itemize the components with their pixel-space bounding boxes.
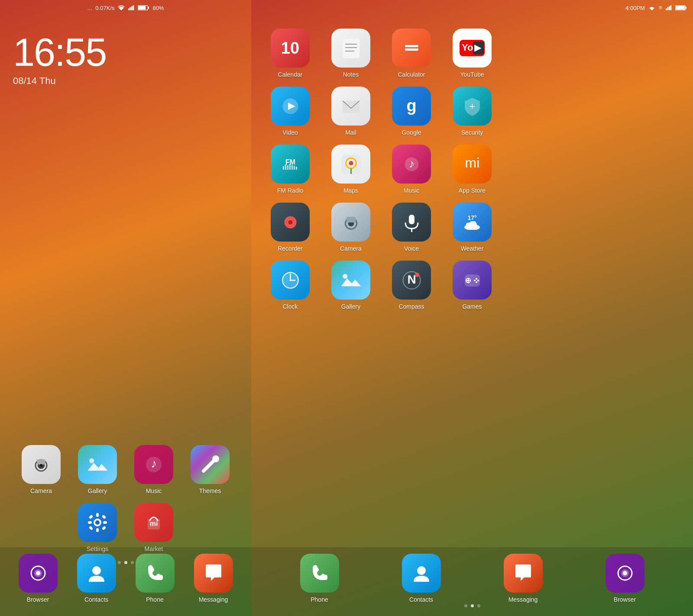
app-mail[interactable]: Mail (329, 87, 372, 136)
compass-icon: N (392, 261, 431, 300)
svg-rect-20 (103, 521, 107, 524)
browser-icon-left (19, 554, 58, 593)
app-voice[interactable]: Voice (390, 203, 433, 252)
security-label: Security (461, 129, 483, 136)
maps-icon (331, 145, 370, 184)
svg-rect-43 (405, 45, 418, 47)
svg-rect-37 (685, 6, 687, 9)
messaging-icon-right (504, 554, 543, 593)
app-security[interactable]: + Security (450, 87, 494, 136)
messaging-label-right: Messaging (508, 596, 538, 603)
svg-point-12 (89, 458, 94, 463)
app-camera[interactable]: Camera (19, 445, 63, 494)
app-fm-radio[interactable]: FM FM Radio (269, 145, 312, 194)
left-battery-text: 80% (152, 5, 164, 11)
app-music-left[interactable]: ♪ Music (132, 445, 175, 494)
svg-point-90 (476, 278, 477, 280)
svg-point-25 (95, 520, 100, 525)
right-dock: Phone Contacts Messaging (251, 547, 693, 616)
svg-point-64 (349, 161, 353, 165)
left-app-row-2: Settings mi Market (0, 503, 251, 552)
app-youtube[interactable]: You ▶ YouTube (450, 29, 494, 78)
phone-label-right: Phone (311, 596, 328, 603)
music-label-left: Music (146, 487, 162, 494)
left-bars-icon (128, 5, 134, 10)
app-market[interactable]: mi Market (132, 503, 175, 552)
svg-rect-6 (139, 6, 146, 10)
left-date-display: 08/14 Thu (13, 75, 238, 87)
browser-label-left: Browser (27, 596, 49, 603)
dock-contacts-left[interactable]: Contacts (75, 554, 118, 603)
mail-icon (331, 87, 370, 126)
camera-label-left: Camera (30, 487, 52, 494)
app-weather[interactable]: 17° Weather (450, 203, 494, 252)
svg-rect-18 (96, 528, 99, 532)
app-calculator[interactable]: Calculator (390, 29, 433, 78)
svg-rect-23 (89, 526, 94, 531)
svg-point-31 (92, 566, 101, 575)
right-row-2: Video Mail g (269, 87, 676, 136)
google-label: Google (402, 129, 421, 136)
video-label: Video (282, 129, 298, 136)
svg-point-86 (415, 273, 419, 277)
svg-rect-19 (88, 521, 92, 524)
app-settings[interactable]: Settings (76, 503, 119, 552)
mail-label: Mail (345, 129, 356, 136)
app-games[interactable]: Games (450, 261, 494, 310)
app-notes[interactable]: Notes (329, 29, 372, 78)
appstore-icon: mi (453, 145, 492, 184)
dock-browser-right[interactable]: Browser (603, 554, 647, 603)
music-label-right: Music (404, 187, 420, 194)
phone-label-left: Phone (146, 596, 163, 603)
app-compass[interactable]: N Compass (390, 261, 433, 310)
contacts-label-left: Contacts (84, 596, 108, 603)
recorder-label: Recorder (278, 245, 303, 252)
weather-label: Weather (461, 245, 484, 252)
svg-point-15 (212, 455, 219, 462)
app-camera-right[interactable]: Camera (329, 203, 372, 252)
youtube-label: YouTube (460, 71, 484, 78)
calculator-icon (392, 29, 431, 68)
right-row-3: FM FM Radio (269, 145, 676, 194)
app-clock[interactable]: Clock (269, 261, 312, 310)
svg-text:▶: ▶ (474, 43, 482, 52)
dock-browser-left[interactable]: Browser (16, 554, 60, 603)
recorder-icon (271, 203, 310, 242)
camera-label-right: Camera (340, 245, 362, 252)
svg-text:N: N (407, 273, 416, 286)
svg-text:♪: ♪ (151, 457, 157, 470)
app-appstore[interactable]: mi App Store (450, 145, 494, 194)
left-clock-widget: 16:55 08/14 Thu (0, 16, 251, 95)
right-panel: 4:00PM ® 10 Calendar (251, 0, 693, 616)
dock-messaging-right[interactable]: Messaging (502, 554, 545, 603)
clock-icon (271, 261, 310, 300)
dock-messaging-left[interactable]: Messaging (192, 554, 235, 603)
dock-phone-right[interactable]: Phone (298, 554, 341, 603)
right-row-1: 10 Calendar Notes (269, 29, 676, 78)
contacts-icon-left (77, 554, 116, 593)
app-music-right[interactable]: ♪ Music (390, 145, 433, 194)
app-calendar[interactable]: 10 Calendar (269, 29, 312, 78)
app-maps[interactable]: Maps (329, 145, 372, 194)
app-video[interactable]: Video (269, 87, 312, 136)
browser-label-right: Browser (614, 596, 636, 603)
video-icon (271, 87, 310, 126)
google-icon: g (392, 87, 431, 126)
app-gallery-left[interactable]: Gallery (76, 445, 119, 494)
app-recorder[interactable]: Recorder (269, 203, 312, 252)
app-themes-left[interactable]: Themes (188, 445, 232, 494)
app-gallery-right[interactable]: Gallery (329, 261, 372, 310)
dock-contacts-right[interactable]: Contacts (400, 554, 443, 603)
calculator-label: Calculator (398, 71, 425, 78)
svg-rect-24 (102, 526, 107, 531)
app-google[interactable]: g Google (390, 87, 433, 136)
gallery-icon-right (331, 261, 370, 300)
svg-text:+: + (470, 101, 475, 112)
left-battery-icon (138, 5, 149, 10)
left-time-display: 16:55 (13, 33, 238, 72)
svg-rect-17 (96, 513, 99, 517)
svg-point-69 (288, 220, 292, 224)
dock-phone-left[interactable]: Phone (133, 554, 177, 603)
svg-point-30 (36, 571, 40, 575)
svg-text:g: g (406, 97, 416, 115)
